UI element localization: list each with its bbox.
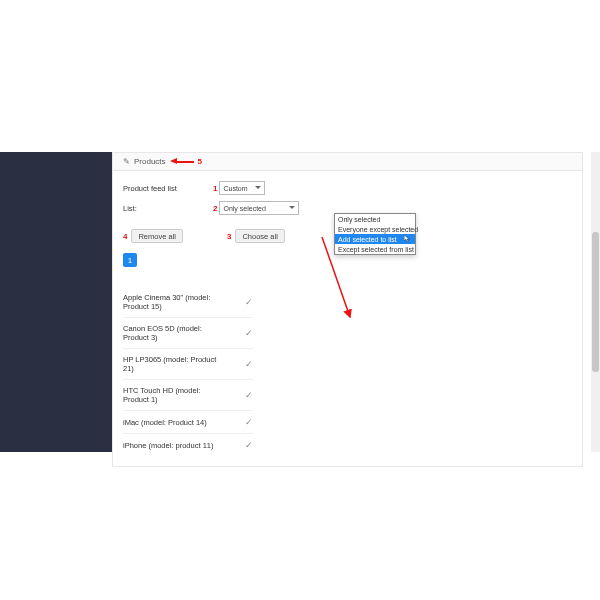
annotation-number: 1	[213, 184, 217, 193]
check-icon[interactable]: ✓	[245, 417, 253, 427]
list-label: List:	[123, 204, 213, 213]
product-row: iPhone (model: product 11) ✓	[123, 433, 253, 456]
feed-list-select-value: Custom	[223, 185, 247, 192]
product-name: Apple Cinema 30" (model: Product 15)	[123, 293, 228, 311]
list-option[interactable]: Only selected	[335, 214, 415, 224]
list-select-dropdown[interactable]: Only selected Everyone except selected A…	[334, 213, 416, 255]
product-row: Canon EOS 5D (model: Product 3) ✓	[123, 317, 253, 348]
product-name: iPhone (model: product 11)	[123, 441, 228, 450]
list-option-label: Add selected to list	[338, 236, 397, 243]
products-panel: ✎ Products 5 Product feed list 1 Custom …	[112, 152, 583, 467]
product-row: iMac (model: Product 14) ✓	[123, 410, 253, 433]
list-select-value: Only selected	[223, 205, 265, 212]
product-name: Canon EOS 5D (model: Product 3)	[123, 324, 228, 342]
annotation-number: 2	[213, 204, 217, 213]
remove-all-button[interactable]: Remove all	[131, 229, 183, 243]
vertical-scrollbar[interactable]	[591, 152, 600, 452]
pagination-page-current[interactable]: 1	[123, 253, 137, 267]
product-name: HP LP3065 (model: Product 21)	[123, 355, 228, 373]
product-row: Apple Cinema 30" (model: Product 15) ✓	[123, 287, 253, 317]
annotation-arrow-icon	[170, 158, 194, 165]
annotation-number: 3	[227, 232, 231, 241]
feed-list-label: Product feed list	[123, 184, 213, 193]
product-row: HP LP3065 (model: Product 21) ✓	[123, 348, 253, 379]
choose-all-button[interactable]: Choose all	[235, 229, 284, 243]
annotation-number: 5	[198, 157, 202, 166]
chevron-down-icon	[255, 186, 261, 189]
list-option[interactable]: Everyone except selected	[335, 224, 415, 234]
chevron-down-icon	[289, 206, 295, 209]
feed-list-select[interactable]: Custom	[219, 181, 265, 195]
list-option[interactable]: Except selected from list	[335, 244, 415, 254]
panel-header: ✎ Products 5	[113, 153, 582, 171]
product-row: HTC Touch HD (model: Product 1) ✓	[123, 379, 253, 410]
product-name: HTC Touch HD (model: Product 1)	[123, 386, 228, 404]
check-icon[interactable]: ✓	[245, 297, 253, 307]
panel-title: Products	[134, 157, 166, 166]
list-option[interactable]: Add selected to list	[335, 234, 415, 244]
list-select[interactable]: Only selected	[219, 201, 299, 215]
check-icon[interactable]: ✓	[245, 390, 253, 400]
annotation-number: 4	[123, 232, 127, 241]
product-list: Apple Cinema 30" (model: Product 15) ✓ C…	[123, 287, 572, 456]
pencil-icon: ✎	[123, 157, 130, 166]
product-name: iMac (model: Product 14)	[123, 418, 228, 427]
admin-sidebar	[0, 152, 112, 452]
check-icon[interactable]: ✓	[245, 359, 253, 369]
mouse-cursor-icon	[404, 235, 410, 243]
scrollbar-thumb[interactable]	[592, 232, 599, 372]
check-icon[interactable]: ✓	[245, 440, 253, 450]
check-icon[interactable]: ✓	[245, 328, 253, 338]
